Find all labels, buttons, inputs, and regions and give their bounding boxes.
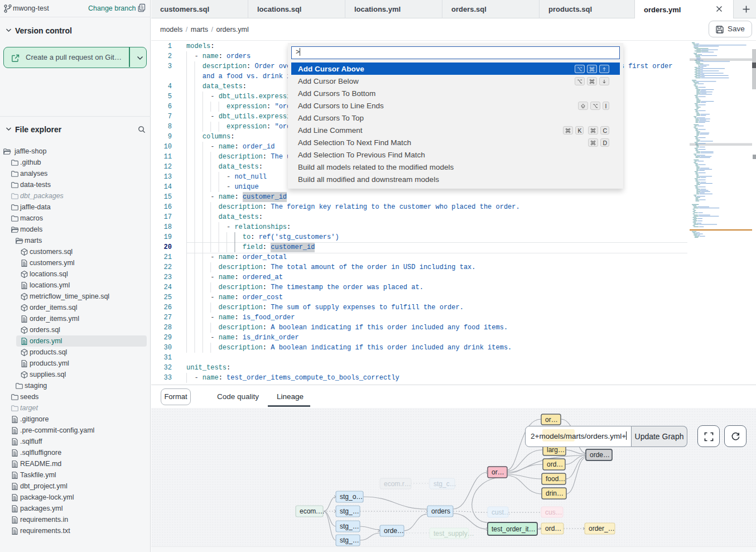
svg-text:ord…: ord… — [547, 460, 563, 468]
svg-text:stg_…: stg_… — [340, 507, 359, 515]
svg-text:stg_c…: stg_c… — [434, 480, 456, 488]
svg-text:ord…: ord… — [545, 525, 561, 532]
svg-text:orders: orders — [431, 507, 450, 515]
svg-text:cus…: cus… — [545, 508, 562, 516]
svg-text:orde…: orde… — [384, 527, 404, 535]
svg-text:order_…: order_… — [589, 525, 615, 532]
svg-text:cust…: cust… — [492, 508, 511, 516]
svg-text:drin…: drin… — [546, 489, 564, 497]
svg-text:or…: or… — [545, 416, 558, 424]
svg-text:orde…: orde… — [590, 451, 610, 459]
svg-text:ecom.r…: ecom.r… — [384, 480, 411, 488]
svg-text:stg_…: stg_… — [340, 522, 359, 530]
svg-text:test_order_it…: test_order_it… — [492, 525, 536, 533]
svg-text:stg_…: stg_… — [340, 536, 359, 544]
svg-text:ecom.…: ecom.… — [300, 507, 325, 515]
svg-text:food…: food… — [546, 475, 565, 483]
svg-text:or…: or… — [492, 468, 504, 476]
svg-text:test_supply…: test_supply… — [434, 530, 474, 537]
svg-text:larg…: larg… — [547, 446, 565, 454]
svg-text:stg_o…: stg_o… — [340, 493, 363, 501]
